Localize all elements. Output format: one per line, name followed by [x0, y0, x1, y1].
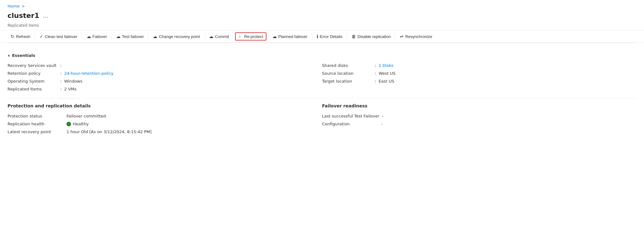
refresh-icon: ↻ — [11, 34, 14, 39]
toolbar-sep-7 — [312, 33, 312, 40]
failover-readiness-row: Configuration- — [322, 120, 636, 128]
page-header: cluster1 ... — [0, 10, 644, 23]
more-options-button[interactable]: ... — [43, 12, 48, 19]
failover-button[interactable]: ☁Failover — [83, 32, 110, 41]
toolbar-sep-0 — [35, 33, 35, 40]
essentials-grid: Recovery Services vault:Retention policy… — [8, 62, 636, 93]
essentials-sep: : — [60, 63, 62, 68]
detail-value: Failover committed. — [67, 114, 107, 118]
detail-label: Last successful Test Failover — [322, 114, 379, 118]
test-failover-button[interactable]: ☁Test failover — [113, 32, 147, 41]
breadcrumb: Home > — [0, 0, 644, 10]
essentials-sep: : — [375, 63, 376, 68]
error-details-button[interactable]: ℹError Details — [314, 32, 346, 41]
protection-details-title: Protection and replication details — [8, 103, 322, 108]
planned-failover-label: Planned failover — [278, 34, 308, 39]
refresh-label: Refresh — [16, 34, 30, 39]
essentials-sep: : — [60, 79, 62, 84]
disable-replication-icon: 🗑 — [352, 34, 356, 39]
failover-label: Failover — [93, 34, 107, 39]
change-recovery-point-label: Change recovery point — [159, 34, 200, 39]
refresh-button[interactable]: ↻Refresh — [8, 32, 34, 41]
commit-button[interactable]: ☁Commit — [206, 32, 232, 41]
page-title: cluster1 — [8, 12, 39, 19]
detail-label: Configuration — [322, 122, 378, 126]
essentials-label: Target location — [322, 79, 372, 84]
chevron-icon: ∧ — [8, 54, 10, 57]
essentials-row: Replicated Items:2 VMs — [8, 85, 322, 93]
re-protect-button[interactable]: ←Re-protect — [235, 32, 266, 41]
essentials-value[interactable]: 1 Disks — [378, 63, 393, 68]
test-failover-label: Test failover — [122, 34, 144, 39]
essentials-row: Source location:West US — [322, 69, 636, 77]
failover-icon: ☁ — [87, 34, 91, 39]
essentials-section: ∧ Essentials Recovery Services vault:Ret… — [0, 48, 644, 93]
toolbar-sep-4 — [204, 33, 205, 40]
page-subtitle: Replicated items — [0, 23, 644, 30]
essentials-value: West US — [378, 71, 395, 76]
essentials-link[interactable]: 24-hour-retention-policy — [64, 71, 113, 76]
protection-detail-row: Latest recovery point1 hour Old [As on 3… — [8, 128, 322, 136]
essentials-row: Target location:East US — [322, 77, 636, 85]
essentials-label: Retention policy — [8, 71, 58, 76]
home-link[interactable]: Home — [8, 4, 19, 8]
essentials-left: Recovery Services vault:Retention policy… — [8, 62, 322, 93]
protection-details-col: Protection and replication details Prote… — [8, 103, 322, 136]
essentials-title: Essentials — [12, 53, 35, 58]
breadcrumb-sep: > — [21, 4, 25, 8]
clean-test-failover-label: Clean test failover — [45, 34, 78, 39]
planned-failover-button[interactable]: ☁Planned failover — [269, 32, 311, 41]
essentials-header[interactable]: ∧ Essentials — [8, 53, 636, 58]
detail-value: ✓Healthy — [67, 122, 89, 126]
detail-value: - — [381, 122, 383, 126]
essentials-sep: : — [375, 79, 376, 84]
essentials-row: Shared disks:1 Disks — [322, 62, 636, 69]
re-protect-label: Re-protect — [244, 34, 263, 39]
disable-replication-button[interactable]: 🗑Disable replication — [348, 32, 394, 41]
essentials-label: Source location — [322, 71, 372, 76]
toolbar: ↻Refresh✓Clean test failover☁Failover☁Te… — [0, 30, 644, 43]
essentials-right: Shared disks:1 DisksSource location:West… — [322, 62, 636, 93]
change-recovery-point-button[interactable]: ☁Change recovery point — [150, 32, 203, 41]
toolbar-sep-6 — [268, 33, 268, 40]
essentials-sep: : — [60, 87, 62, 91]
clean-test-failover-button[interactable]: ✓Clean test failover — [36, 32, 81, 41]
detail-label: Replication health — [8, 122, 64, 126]
essentials-value[interactable]: 24-hour-retention-policy — [64, 71, 113, 76]
details-section: Protection and replication details Prote… — [0, 103, 644, 143]
planned-failover-icon: ☁ — [272, 34, 277, 39]
resynchronize-button[interactable]: ⇌Resynchronize — [397, 32, 435, 41]
failover-readiness-title: Failover readiness — [322, 103, 636, 108]
essentials-row: Operating System:Windows — [8, 77, 322, 85]
re-protect-icon: ← — [238, 34, 243, 39]
essentials-label: Replicated Items — [8, 87, 58, 91]
essentials-link[interactable]: 1 Disks — [378, 63, 393, 68]
error-details-icon: ℹ — [317, 34, 318, 39]
failover-readiness-col: Failover readiness Last successful Test … — [322, 103, 636, 136]
essentials-sep: : — [375, 71, 376, 76]
toolbar-sep-2 — [111, 33, 112, 40]
essentials-value: East US — [378, 79, 394, 84]
essentials-value: 2 VMs — [64, 87, 76, 91]
resynchronize-label: Resynchronize — [405, 34, 432, 39]
protection-detail-row: Replication health✓Healthy — [8, 120, 322, 128]
essentials-value: Windows — [64, 79, 82, 84]
toolbar-sep-9 — [395, 33, 395, 40]
change-recovery-point-icon: ☁ — [153, 34, 157, 39]
protection-detail-row: Protection statusFailover committed. — [8, 112, 322, 120]
disable-replication-label: Disable replication — [357, 34, 391, 39]
essentials-sep: : — [60, 71, 62, 76]
detail-label: Protection status — [8, 114, 64, 118]
detail-label: Latest recovery point — [8, 129, 64, 134]
toolbar-sep-1 — [82, 33, 82, 40]
healthy-icon: ✓ — [67, 122, 71, 126]
commit-label: Commit — [215, 34, 229, 39]
toolbar-sep-8 — [347, 33, 347, 40]
essentials-row: Recovery Services vault: — [8, 62, 322, 69]
commit-icon: ☁ — [209, 34, 213, 39]
error-details-label: Error Details — [320, 34, 342, 39]
clean-test-failover-icon: ✓ — [40, 34, 43, 39]
essentials-label: Shared disks — [322, 63, 372, 68]
essentials-label: Recovery Services vault — [8, 63, 58, 68]
resynchronize-icon: ⇌ — [400, 34, 404, 39]
